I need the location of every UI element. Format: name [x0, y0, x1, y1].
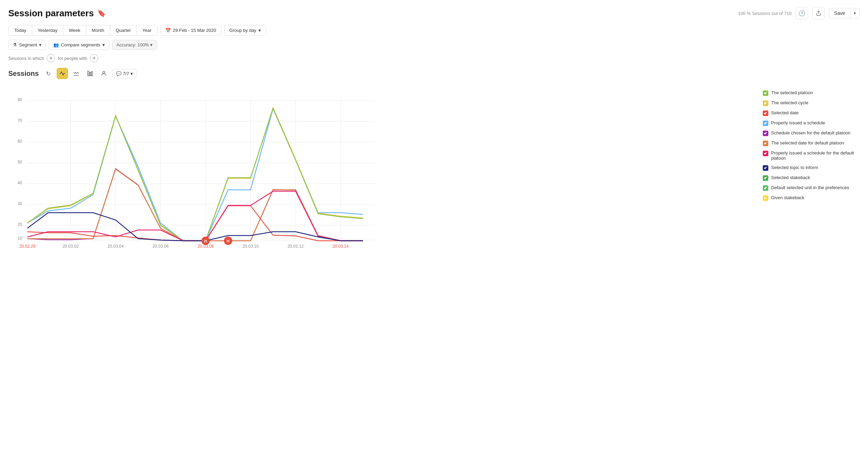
sessions-info: 100 % Sessions out of 710 — [738, 11, 792, 16]
sessions-filter-text: Sessions in which — [8, 56, 44, 61]
legend-item-6: Properly issued a schedule for the defau… — [763, 150, 860, 161]
period-week[interactable]: Week — [63, 25, 86, 35]
bar-chart-button[interactable] — [84, 68, 96, 79]
for-people-text: for people with — [58, 56, 87, 61]
series-count-button[interactable]: 💬 7/7 ▾ — [112, 69, 137, 78]
svg-text:H: H — [204, 239, 207, 243]
page-title: Session parameters — [8, 8, 94, 19]
svg-rect-1 — [88, 71, 89, 76]
legend-label-5: The selected date for default platoon — [771, 140, 844, 145]
save-label[interactable]: Save — [829, 8, 850, 18]
legend-checkbox-8[interactable] — [763, 175, 768, 181]
compare-segments-button[interactable]: 👥 Compare segments ▾ — [49, 40, 109, 50]
period-btn-group: Today Yesterday Week Month Quarter Year — [8, 25, 157, 36]
legend-item-2: Selected date — [763, 110, 860, 116]
legend-checkbox-0[interactable] — [763, 90, 768, 96]
chart-container: .grid-line { stroke: #e8e8e8; stroke-wid… — [8, 83, 860, 250]
legend-item-8: Selected stakeback — [763, 175, 860, 181]
svg-text:30: 30 — [18, 201, 22, 206]
svg-text:20.03.14: 20.03.14 — [333, 244, 349, 249]
legend-checkbox-6[interactable] — [763, 151, 768, 156]
legend-label-7: Selected topic to inform — [771, 165, 818, 170]
chart-controls: ↻ 💬 7/7 ▾ — [43, 68, 137, 79]
sessions-section: Sessions in which + for people with + Se… — [8, 54, 860, 250]
legend-item-4: Schedule chosen for the default platoon — [763, 130, 860, 136]
svg-text:20.03.02: 20.03.02 — [63, 244, 79, 249]
legend-checkbox-7[interactable] — [763, 165, 768, 171]
user-chart-button[interactable] — [98, 68, 109, 79]
svg-text:20.03.12: 20.03.12 — [288, 244, 304, 249]
period-quarter[interactable]: Quarter — [110, 25, 137, 35]
compare-label: Compare segments — [61, 42, 100, 47]
legend-checkbox-3[interactable] — [763, 121, 768, 126]
legend-label-2: Selected date — [771, 110, 799, 115]
history-button[interactable]: 🕐 — [796, 7, 808, 19]
chevron-down-icon-segment: ▾ — [39, 42, 42, 47]
chart-svg: .grid-line { stroke: #e8e8e8; stroke-wid… — [8, 83, 382, 249]
legend-label-4: Schedule chosen for the default platoon — [771, 130, 850, 135]
add-people-filter-button[interactable]: + — [90, 54, 98, 62]
segment-button[interactable]: ⚗ Segment ▾ — [8, 40, 46, 50]
svg-text:H: H — [227, 239, 229, 243]
svg-rect-3 — [91, 72, 93, 76]
legend-item-10: Given stakeback — [763, 195, 860, 201]
title-area: Session parameters 🔖 — [8, 8, 106, 19]
legend-checkbox-9[interactable] — [763, 185, 768, 191]
page-header: Session parameters 🔖 100 % Sessions out … — [8, 7, 860, 19]
svg-text:20.03.04: 20.03.04 — [108, 244, 124, 249]
chart-legend: The selected platoon The selected cycle … — [763, 83, 860, 250]
bubble-icon: 💬 — [116, 71, 121, 76]
legend-checkbox-10[interactable] — [763, 195, 768, 201]
chevron-down-icon-accuracy: ▾ — [150, 42, 153, 47]
chart-area: .grid-line { stroke: #e8e8e8; stroke-wid… — [8, 83, 752, 250]
svg-text:20.02.29: 20.02.29 — [19, 244, 36, 249]
accuracy-button[interactable]: Accuracy: 100% ▾ — [112, 40, 157, 50]
legend-label-8: Selected stakeback — [771, 175, 810, 180]
legend-checkbox-2[interactable] — [763, 110, 768, 116]
legend-label-0: The selected platoon — [771, 90, 813, 95]
svg-text:20.03.10: 20.03.10 — [243, 244, 259, 249]
bookmark-icon[interactable]: 🔖 — [97, 9, 106, 17]
compare-icon: 👥 — [53, 42, 59, 47]
legend-label-9: Default selected unit in the preferences — [771, 185, 849, 190]
chevron-down-icon: ▾ — [259, 28, 261, 33]
svg-text:70: 70 — [18, 118, 22, 123]
group-by-button[interactable]: Group by day ▾ — [224, 25, 266, 36]
period-today[interactable]: Today — [9, 25, 32, 35]
date-range-button[interactable]: 📅 29 Feb - 15 Mar 2020 — [160, 25, 221, 36]
legend-label-6: Properly issued a schedule for the defau… — [771, 150, 860, 161]
filter-row: ⚗ Segment ▾ 👥 Compare segments ▾ Accurac… — [8, 40, 860, 50]
save-dropdown[interactable]: Save ▾ — [829, 8, 860, 18]
area-chart-button[interactable] — [71, 68, 82, 79]
svg-point-4 — [103, 71, 105, 73]
legend-label-3: Properly issued a schedule — [771, 120, 825, 125]
period-month[interactable]: Month — [86, 25, 110, 35]
legend-item-9: Default selected unit in the preferences — [763, 185, 860, 191]
save-arrow-icon[interactable]: ▾ — [850, 9, 859, 18]
filter-icon: ⚗ — [13, 42, 17, 47]
legend-item-7: Selected topic to inform — [763, 165, 860, 171]
chart-title: Sessions — [8, 70, 39, 78]
toolbar: Today Yesterday Week Month Quarter Year … — [8, 25, 860, 36]
period-yesterday[interactable]: Yesterday — [32, 25, 63, 35]
legend-item-3: Properly issued a schedule — [763, 120, 860, 126]
line-chart-button[interactable] — [57, 68, 68, 79]
refresh-button[interactable]: ↻ — [43, 68, 54, 79]
svg-rect-2 — [89, 72, 91, 76]
date-range-label: 29 Feb - 15 Mar 2020 — [173, 28, 216, 33]
svg-text:20: 20 — [18, 222, 22, 227]
period-year[interactable]: Year — [137, 25, 157, 35]
calendar-icon: 📅 — [165, 28, 171, 33]
accuracy-label: Accuracy: 100% — [117, 42, 149, 47]
legend-checkbox-4[interactable] — [763, 131, 768, 136]
header-right: 100 % Sessions out of 710 🕐 Save ▾ — [738, 7, 860, 19]
svg-text:60: 60 — [18, 139, 22, 144]
legend-item-1: The selected cycle — [763, 100, 860, 106]
share-button[interactable] — [812, 7, 825, 19]
chevron-down-icon-compare: ▾ — [102, 42, 105, 47]
add-session-filter-button[interactable]: + — [47, 54, 55, 62]
svg-text:20.03.06: 20.03.06 — [153, 244, 169, 249]
legend-checkbox-1[interactable] — [763, 100, 768, 106]
svg-text:10: 10 — [18, 236, 22, 241]
legend-checkbox-5[interactable] — [763, 141, 768, 146]
